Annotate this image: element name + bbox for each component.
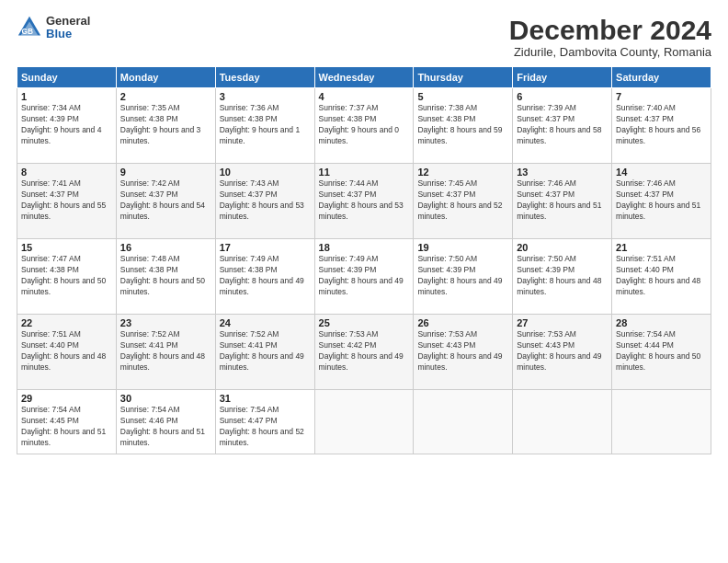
week-3: 15 Sunrise: 7:47 AM Sunset: 4:38 PM Dayl…: [17, 239, 711, 315]
day-7: 7 Sunrise: 7:40 AM Sunset: 4:37 PM Dayli…: [612, 88, 711, 164]
day-31: 31 Sunrise: 7:54 AM Sunset: 4:47 PM Dayl…: [215, 390, 314, 454]
col-friday: Friday: [513, 67, 612, 88]
day-23: 23 Sunrise: 7:52 AM Sunset: 4:41 PM Dayl…: [116, 315, 215, 390]
title-block: December 2024 Zidurile, Dambovita County…: [509, 15, 711, 59]
logo-blue: Blue: [46, 28, 90, 40]
empty-2: [414, 390, 513, 454]
day-2: 2 Sunrise: 7:35 AM Sunset: 4:38 PM Dayli…: [116, 88, 215, 164]
header-row: Sunday Monday Tuesday Wednesday Thursday…: [17, 67, 711, 88]
day-19: 19 Sunrise: 7:50 AM Sunset: 4:39 PM Dayl…: [414, 239, 513, 315]
day-9: 9 Sunrise: 7:42 AM Sunset: 4:37 PM Dayli…: [116, 164, 215, 239]
day-6: 6 Sunrise: 7:39 AM Sunset: 4:37 PM Dayli…: [513, 88, 612, 164]
col-saturday: Saturday: [612, 67, 711, 88]
col-thursday: Thursday: [414, 67, 513, 88]
day-29: 29 Sunrise: 7:54 AM Sunset: 4:45 PM Dayl…: [17, 390, 117, 454]
day-5: 5 Sunrise: 7:38 AM Sunset: 4:38 PM Dayli…: [414, 88, 513, 164]
day-11: 11 Sunrise: 7:44 AM Sunset: 4:37 PM Dayl…: [314, 164, 414, 239]
day-10: 10 Sunrise: 7:43 AM Sunset: 4:37 PM Dayl…: [215, 164, 314, 239]
day-27: 27 Sunrise: 7:53 AM Sunset: 4:43 PM Dayl…: [513, 315, 612, 390]
day-1: 1 Sunrise: 7:34 AM Sunset: 4:39 PM Dayli…: [17, 88, 117, 164]
day-24: 24 Sunrise: 7:52 AM Sunset: 4:41 PM Dayl…: [215, 315, 314, 390]
logo-general: General: [46, 15, 90, 28]
calendar: Sunday Monday Tuesday Wednesday Thursday…: [17, 66, 711, 454]
day-30: 30 Sunrise: 7:54 AM Sunset: 4:46 PM Dayl…: [116, 390, 215, 454]
empty-1: [314, 390, 414, 454]
col-monday: Monday: [116, 67, 215, 88]
subtitle: Zidurile, Dambovita County, Romania: [509, 45, 711, 59]
empty-4: [612, 390, 711, 454]
day-4: 4 Sunrise: 7:37 AM Sunset: 4:38 PM Dayli…: [314, 88, 414, 164]
day-28: 28 Sunrise: 7:54 AM Sunset: 4:44 PM Dayl…: [612, 315, 711, 390]
logo: GB General Blue: [17, 15, 90, 41]
week-2: 8 Sunrise: 7:41 AM Sunset: 4:37 PM Dayli…: [17, 164, 711, 239]
day-12: 12 Sunrise: 7:45 AM Sunset: 4:37 PM Dayl…: [414, 164, 513, 239]
day-13: 13 Sunrise: 7:46 AM Sunset: 4:37 PM Dayl…: [513, 164, 612, 239]
col-wednesday: Wednesday: [314, 67, 414, 88]
col-tuesday: Tuesday: [215, 67, 314, 88]
day-25: 25 Sunrise: 7:53 AM Sunset: 4:42 PM Dayl…: [314, 315, 414, 390]
day-16: 16 Sunrise: 7:48 AM Sunset: 4:38 PM Dayl…: [116, 239, 215, 315]
day-8: 8 Sunrise: 7:41 AM Sunset: 4:37 PM Dayli…: [17, 164, 117, 239]
day-15: 15 Sunrise: 7:47 AM Sunset: 4:38 PM Dayl…: [17, 239, 117, 315]
day-3: 3 Sunrise: 7:36 AM Sunset: 4:38 PM Dayli…: [215, 88, 314, 164]
page: GB General Blue December 2024 Zidurile, …: [0, 0, 728, 563]
day-21: 21 Sunrise: 7:51 AM Sunset: 4:40 PM Dayl…: [612, 239, 711, 315]
day-22: 22 Sunrise: 7:51 AM Sunset: 4:40 PM Dayl…: [17, 315, 117, 390]
logo-text: General Blue: [46, 15, 90, 41]
header: GB General Blue December 2024 Zidurile, …: [17, 15, 711, 59]
logo-icon: GB: [17, 15, 42, 40]
week-1: 1 Sunrise: 7:34 AM Sunset: 4:39 PM Dayli…: [17, 88, 711, 164]
day-18: 18 Sunrise: 7:49 AM Sunset: 4:39 PM Dayl…: [314, 239, 414, 315]
month-title: December 2024: [509, 15, 711, 45]
empty-3: [513, 390, 612, 454]
col-sunday: Sunday: [17, 67, 117, 88]
svg-text:GB: GB: [22, 27, 34, 36]
day-14: 14 Sunrise: 7:46 AM Sunset: 4:37 PM Dayl…: [612, 164, 711, 239]
day-26: 26 Sunrise: 7:53 AM Sunset: 4:43 PM Dayl…: [414, 315, 513, 390]
day-20: 20 Sunrise: 7:50 AM Sunset: 4:39 PM Dayl…: [513, 239, 612, 315]
day-17: 17 Sunrise: 7:49 AM Sunset: 4:38 PM Dayl…: [215, 239, 314, 315]
week-5: 29 Sunrise: 7:54 AM Sunset: 4:45 PM Dayl…: [17, 390, 711, 454]
week-4: 22 Sunrise: 7:51 AM Sunset: 4:40 PM Dayl…: [17, 315, 711, 390]
